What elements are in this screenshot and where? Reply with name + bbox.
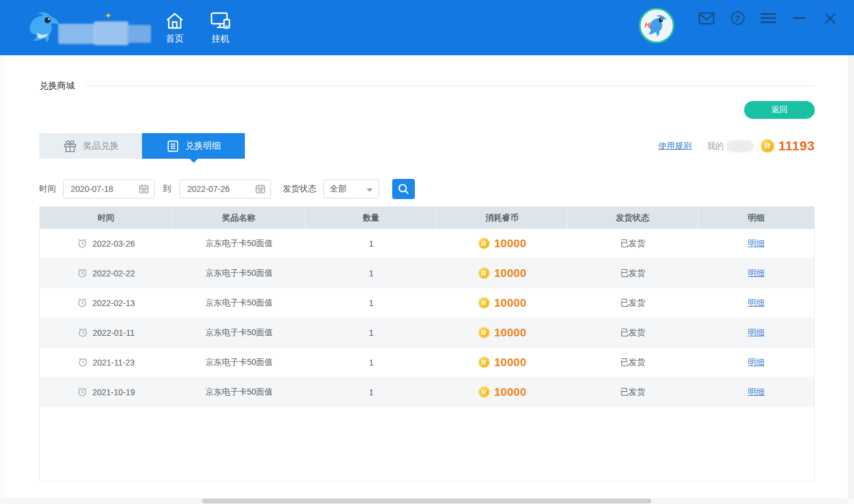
close-icon[interactable] [822, 11, 839, 26]
date-to-input[interactable] [179, 179, 271, 199]
search-button[interactable] [392, 179, 415, 199]
row-status: 已发货 [568, 229, 698, 258]
row-prize: 京东电子卡50面值 [172, 318, 305, 347]
table-row: 2022-02-13 京东电子卡50面值 1 R10000 已发货 明细 [40, 288, 814, 318]
main-nav: 首页 挂机 [165, 11, 231, 45]
app-logo: ✦ [24, 7, 152, 49]
monitor-icon [210, 11, 231, 30]
row-date: 2022-02-22 [92, 269, 135, 278]
search-icon [397, 182, 410, 196]
coin-icon: R [478, 267, 490, 279]
tab-exchange-details[interactable]: 兑换明细 [142, 133, 245, 159]
back-button[interactable]: 返回 [744, 101, 815, 119]
avatar-hi-text: Hi [645, 21, 651, 29]
coin-icon: R [478, 357, 490, 368]
row-qty: 1 [305, 377, 437, 407]
balance-area: 使用规则 我的 R 11193 [658, 138, 815, 154]
page-title: 兑换商城 [39, 80, 75, 92]
menu-icon[interactable] [760, 11, 777, 26]
chevron-down-icon [367, 188, 373, 192]
titlebar-right: Hi ? [639, 10, 839, 46]
status-filter-label: 发货状态 [283, 184, 316, 194]
coin-icon: R [478, 297, 490, 308]
usage-rules-link[interactable]: 使用规则 [658, 141, 692, 152]
row-date: 2022-01-11 [93, 328, 135, 338]
title-divider [86, 86, 815, 86]
help-icon[interactable]: ? [729, 11, 746, 26]
table-row: 2022-03-26 京东电子卡50面值 1 R10000 已发货 明细 [40, 229, 814, 259]
row-cost: 10000 [494, 237, 527, 250]
row-qty: 1 [305, 288, 437, 317]
row-date: 2022-03-26 [92, 239, 135, 248]
censored-logo-text [126, 25, 151, 43]
nav-idle-label: 挂机 [212, 33, 229, 45]
row-qty: 1 [305, 348, 437, 377]
row-detail-link[interactable]: 明细 [748, 238, 764, 249]
user-avatar[interactable]: Hi [639, 8, 675, 43]
coin-icon: R [478, 238, 490, 249]
table-row: 2021-10-19 京东电子卡50面值 1 R10000 已发货 明细 [40, 377, 814, 407]
col-header-prize: 奖品名称 [172, 207, 305, 229]
tab-prize-exchange-label: 奖品兑换 [83, 140, 119, 152]
censored-logo-text [58, 24, 95, 44]
coin-icon: R [761, 139, 774, 153]
home-icon [165, 11, 185, 30]
row-prize: 京东电子卡50面值 [172, 377, 305, 407]
gift-icon [63, 139, 77, 153]
row-cost: 10000 [494, 267, 527, 280]
clock-icon [77, 298, 87, 308]
scrollbar-thumb[interactable] [202, 499, 651, 503]
sparkle-icon: ✦ [105, 11, 112, 20]
row-cost: 10000 [494, 297, 527, 310]
coin-icon: R [478, 386, 490, 398]
main-content: 兑换商城 返回 [5, 55, 848, 498]
row-cost: 10000 [494, 356, 527, 369]
row-prize: 京东电子卡50面值 [172, 288, 305, 317]
tab-prize-exchange[interactable]: 奖品兑换 [39, 133, 142, 159]
clock-icon [77, 238, 87, 248]
col-header-detail: 明细 [698, 207, 814, 229]
row-detail-link[interactable]: 明细 [748, 387, 764, 398]
row-cost: 10000 [494, 386, 527, 399]
date-from-input[interactable] [63, 179, 155, 199]
row-detail-link[interactable]: 明细 [748, 327, 764, 338]
tab-bar: 奖品兑换 兑换明细 [39, 133, 245, 159]
list-icon [166, 140, 179, 153]
row-status: 已发货 [568, 318, 698, 347]
row-qty: 1 [305, 318, 437, 347]
row-detail-link[interactable]: 明细 [748, 268, 764, 279]
table-row: 2021-11-23 京东电子卡50面值 1 R10000 已发货 明细 [40, 348, 814, 377]
censored-logo-text [94, 21, 128, 45]
row-date: 2021-11-23 [93, 358, 135, 367]
col-header-cost: 消耗睿币 [437, 207, 568, 229]
row-date: 2022-02-13 [92, 298, 135, 308]
nav-item-idle[interactable]: 挂机 [210, 11, 231, 45]
status-select[interactable]: 全部 [323, 179, 379, 199]
clock-icon [78, 357, 88, 367]
table-header-row: 时间 奖品名称 数量 消耗睿币 发货状态 明细 [40, 207, 814, 229]
row-qty: 1 [305, 259, 437, 288]
row-qty: 1 [305, 229, 437, 258]
clock-icon [77, 268, 87, 278]
vertical-scrollbar[interactable] [848, 55, 854, 498]
col-header-status: 发货状态 [568, 207, 698, 229]
table-row: 2022-02-22 京东电子卡50面值 1 R10000 已发货 明细 [40, 259, 814, 288]
titlebar-icons: ? [698, 11, 839, 26]
row-cost: 10000 [494, 326, 527, 339]
mail-icon[interactable] [698, 11, 715, 26]
row-prize: 京东电子卡50面值 [172, 229, 305, 258]
balance-amount: 11193 [779, 138, 815, 154]
row-date: 2021-10-19 [92, 388, 135, 397]
col-header-time: 时间 [40, 207, 172, 229]
app-window: ✦ 首页 挂机 [0, 0, 854, 504]
minimize-icon[interactable] [791, 11, 808, 26]
row-detail-link[interactable]: 明细 [748, 357, 764, 368]
horizontal-scrollbar[interactable] [0, 498, 848, 504]
nav-home-label: 首页 [166, 33, 184, 45]
row-status: 已发货 [568, 348, 698, 377]
tab-exchange-details-label: 兑换明细 [185, 140, 221, 152]
row-prize: 京东电子卡50面值 [172, 348, 305, 377]
row-detail-link[interactable]: 明细 [748, 298, 764, 308]
censored-balance-name [726, 140, 754, 152]
nav-item-home[interactable]: 首页 [165, 11, 185, 45]
